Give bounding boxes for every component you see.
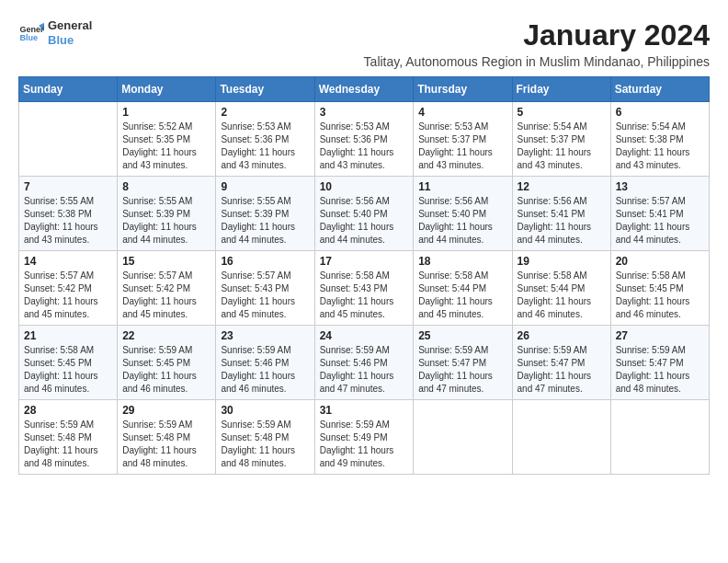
day-info: Sunrise: 5:59 AM Sunset: 5:47 PM Dayligh…: [518, 344, 606, 396]
day-number: 3: [320, 106, 409, 119]
day-number: 25: [418, 329, 506, 342]
day-number: 27: [616, 329, 704, 342]
calendar-week-row: 1Sunrise: 5:52 AM Sunset: 5:35 PM Daylig…: [19, 102, 710, 177]
day-info: Sunrise: 5:53 AM Sunset: 5:36 PM Dayligh…: [221, 121, 309, 172]
calendar-cell: 21Sunrise: 5:58 AM Sunset: 5:45 PM Dayli…: [19, 326, 118, 400]
day-number: 26: [518, 329, 606, 342]
calendar-cell: 22Sunrise: 5:59 AM Sunset: 5:45 PM Dayli…: [118, 326, 216, 400]
calendar-cell: 26Sunrise: 5:59 AM Sunset: 5:47 PM Dayli…: [512, 326, 610, 400]
day-number: 24: [320, 329, 409, 342]
title-block: January 2024 Talitay, Autonomous Region …: [364, 18, 710, 69]
calendar-cell: 15Sunrise: 5:57 AM Sunset: 5:42 PM Dayli…: [118, 251, 216, 326]
day-info: Sunrise: 5:58 AM Sunset: 5:45 PM Dayligh…: [24, 344, 112, 396]
logo-icon: General Blue: [18, 20, 44, 46]
calendar-cell: 8Sunrise: 5:55 AM Sunset: 5:39 PM Daylig…: [118, 177, 216, 251]
calendar-day-header: Tuesday: [216, 77, 314, 102]
calendar-cell: 19Sunrise: 5:58 AM Sunset: 5:44 PM Dayli…: [512, 251, 610, 326]
day-number: 6: [616, 106, 704, 119]
day-info: Sunrise: 5:59 AM Sunset: 5:48 PM Dayligh…: [122, 419, 210, 470]
svg-text:Blue: Blue: [19, 33, 38, 42]
calendar-cell: [414, 400, 512, 475]
day-info: Sunrise: 5:55 AM Sunset: 5:38 PM Dayligh…: [24, 195, 112, 247]
calendar-day-header: Wednesday: [314, 77, 414, 102]
day-info: Sunrise: 5:59 AM Sunset: 5:48 PM Dayligh…: [24, 419, 112, 470]
day-number: 23: [221, 329, 309, 342]
day-info: Sunrise: 5:52 AM Sunset: 5:35 PM Dayligh…: [122, 121, 210, 172]
logo-text-line2: Blue: [48, 33, 92, 48]
logo-text-line1: General: [48, 18, 92, 33]
calendar-day-header: Friday: [512, 77, 610, 102]
calendar-day-header: Saturday: [610, 77, 709, 102]
calendar-cell: [512, 400, 610, 475]
day-number: 9: [221, 180, 309, 193]
day-info: Sunrise: 5:55 AM Sunset: 5:39 PM Dayligh…: [122, 195, 210, 247]
day-number: 1: [122, 106, 210, 119]
calendar-day-header: Thursday: [414, 77, 512, 102]
day-number: 11: [418, 180, 506, 193]
day-number: 21: [24, 329, 112, 342]
calendar-header-row: SundayMondayTuesdayWednesdayThursdayFrid…: [19, 77, 710, 102]
day-info: Sunrise: 5:53 AM Sunset: 5:36 PM Dayligh…: [320, 121, 409, 172]
day-info: Sunrise: 5:58 AM Sunset: 5:44 PM Dayligh…: [418, 270, 506, 321]
calendar-cell: 11Sunrise: 5:56 AM Sunset: 5:40 PM Dayli…: [414, 177, 512, 251]
day-info: Sunrise: 5:58 AM Sunset: 5:44 PM Dayligh…: [518, 270, 606, 321]
calendar-cell: 25Sunrise: 5:59 AM Sunset: 5:47 PM Dayli…: [414, 326, 512, 400]
day-info: Sunrise: 5:59 AM Sunset: 5:46 PM Dayligh…: [221, 344, 309, 396]
calendar-cell: 10Sunrise: 5:56 AM Sunset: 5:40 PM Dayli…: [314, 177, 414, 251]
calendar-cell: 1Sunrise: 5:52 AM Sunset: 5:35 PM Daylig…: [118, 102, 216, 177]
day-number: 30: [221, 404, 309, 417]
day-number: 16: [221, 255, 309, 268]
day-info: Sunrise: 5:57 AM Sunset: 5:42 PM Dayligh…: [24, 270, 112, 321]
day-info: Sunrise: 5:57 AM Sunset: 5:43 PM Dayligh…: [221, 270, 309, 321]
day-number: 7: [24, 180, 112, 193]
day-info: Sunrise: 5:58 AM Sunset: 5:43 PM Dayligh…: [320, 270, 409, 321]
calendar-week-row: 21Sunrise: 5:58 AM Sunset: 5:45 PM Dayli…: [19, 326, 710, 400]
day-number: 18: [418, 255, 506, 268]
day-info: Sunrise: 5:57 AM Sunset: 5:41 PM Dayligh…: [616, 195, 704, 247]
day-number: 20: [616, 255, 704, 268]
day-info: Sunrise: 5:58 AM Sunset: 5:45 PM Dayligh…: [616, 270, 704, 321]
calendar-cell: 3Sunrise: 5:53 AM Sunset: 5:36 PM Daylig…: [314, 102, 414, 177]
calendar-cell: 20Sunrise: 5:58 AM Sunset: 5:45 PM Dayli…: [610, 251, 709, 326]
day-info: Sunrise: 5:54 AM Sunset: 5:38 PM Dayligh…: [616, 121, 704, 172]
calendar-cell: 31Sunrise: 5:59 AM Sunset: 5:49 PM Dayli…: [314, 400, 414, 475]
calendar-cell: 23Sunrise: 5:59 AM Sunset: 5:46 PM Dayli…: [216, 326, 314, 400]
day-info: Sunrise: 5:59 AM Sunset: 5:48 PM Dayligh…: [221, 419, 309, 470]
day-number: 10: [320, 180, 409, 193]
day-number: 8: [122, 180, 210, 193]
day-info: Sunrise: 5:56 AM Sunset: 5:40 PM Dayligh…: [418, 195, 506, 247]
day-info: Sunrise: 5:59 AM Sunset: 5:47 PM Dayligh…: [616, 344, 704, 396]
calendar-cell: 4Sunrise: 5:53 AM Sunset: 5:37 PM Daylig…: [414, 102, 512, 177]
day-info: Sunrise: 5:55 AM Sunset: 5:39 PM Dayligh…: [221, 195, 309, 247]
day-info: Sunrise: 5:59 AM Sunset: 5:49 PM Dayligh…: [320, 419, 409, 470]
calendar-cell: 28Sunrise: 5:59 AM Sunset: 5:48 PM Dayli…: [19, 400, 118, 475]
calendar-cell: 27Sunrise: 5:59 AM Sunset: 5:47 PM Dayli…: [610, 326, 709, 400]
calendar-cell: 5Sunrise: 5:54 AM Sunset: 5:37 PM Daylig…: [512, 102, 610, 177]
day-info: Sunrise: 5:59 AM Sunset: 5:45 PM Dayligh…: [122, 344, 210, 396]
day-info: Sunrise: 5:57 AM Sunset: 5:42 PM Dayligh…: [122, 270, 210, 321]
calendar-cell: 12Sunrise: 5:56 AM Sunset: 5:41 PM Dayli…: [512, 177, 610, 251]
main-title: January 2024: [364, 18, 710, 52]
day-number: 17: [320, 255, 409, 268]
calendar-cell: 7Sunrise: 5:55 AM Sunset: 5:38 PM Daylig…: [19, 177, 118, 251]
day-number: 2: [221, 106, 309, 119]
calendar-cell: 6Sunrise: 5:54 AM Sunset: 5:38 PM Daylig…: [610, 102, 709, 177]
day-number: 12: [518, 180, 606, 193]
subtitle: Talitay, Autonomous Region in Muslim Min…: [364, 54, 710, 69]
day-number: 15: [122, 255, 210, 268]
day-number: 22: [122, 329, 210, 342]
day-number: 4: [418, 106, 506, 119]
day-info: Sunrise: 5:56 AM Sunset: 5:40 PM Dayligh…: [320, 195, 409, 247]
logo: General Blue General Blue: [18, 18, 92, 47]
page-header: General Blue General Blue January 2024 T…: [18, 18, 710, 69]
day-number: 19: [518, 255, 606, 268]
calendar-cell: 13Sunrise: 5:57 AM Sunset: 5:41 PM Dayli…: [610, 177, 709, 251]
calendar-cell: 18Sunrise: 5:58 AM Sunset: 5:44 PM Dayli…: [414, 251, 512, 326]
calendar-cell: 29Sunrise: 5:59 AM Sunset: 5:48 PM Dayli…: [118, 400, 216, 475]
calendar-cell: [19, 102, 118, 177]
calendar-cell: 2Sunrise: 5:53 AM Sunset: 5:36 PM Daylig…: [216, 102, 314, 177]
calendar-week-row: 7Sunrise: 5:55 AM Sunset: 5:38 PM Daylig…: [19, 177, 710, 251]
calendar-cell: 24Sunrise: 5:59 AM Sunset: 5:46 PM Dayli…: [314, 326, 414, 400]
calendar-cell: [610, 400, 709, 475]
calendar-week-row: 14Sunrise: 5:57 AM Sunset: 5:42 PM Dayli…: [19, 251, 710, 326]
